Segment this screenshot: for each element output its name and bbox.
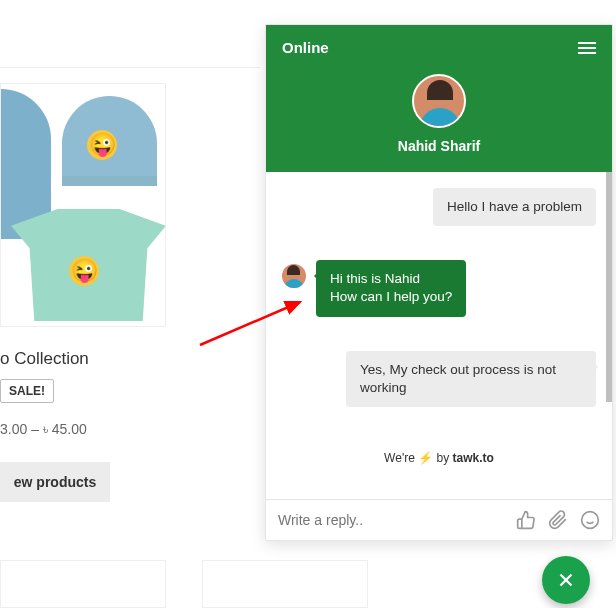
product-grid: o Collection SALE! 3.00 – ৳ 45.00 ew pro… bbox=[0, 67, 260, 502]
bolt-icon: ⚡ bbox=[418, 451, 433, 465]
powered-text: We're bbox=[384, 451, 418, 465]
product-image[interactable] bbox=[0, 83, 166, 327]
product-image[interactable] bbox=[0, 560, 166, 608]
sale-badge: SALE! bbox=[0, 379, 54, 403]
powered-brand: tawk.to bbox=[453, 451, 494, 465]
product-price: 3.00 – ৳ 45.00 bbox=[0, 421, 170, 438]
thumbs-up-icon[interactable] bbox=[516, 510, 536, 530]
chat-widget: Online Nahid Sharif Hello I have a probl… bbox=[265, 24, 613, 541]
view-products-button[interactable]: ew products bbox=[0, 462, 110, 502]
message-bubble: Hello I have a problem bbox=[433, 188, 596, 226]
attachment-icon[interactable] bbox=[548, 510, 568, 530]
agent-name: Nahid Sharif bbox=[282, 138, 596, 154]
chat-status: Online bbox=[282, 39, 329, 56]
product-row-2 bbox=[0, 560, 368, 608]
message-text: How can I help you? bbox=[330, 289, 452, 304]
product-image[interactable] bbox=[202, 560, 368, 608]
message-agent: Hi this is Nahid How can I help you? bbox=[282, 260, 596, 316]
chat-body: Hello I have a problem Hi this is Nahid … bbox=[266, 172, 612, 499]
powered-text: by bbox=[433, 451, 452, 465]
chat-close-button[interactable] bbox=[542, 556, 590, 604]
chat-menu-icon[interactable] bbox=[578, 42, 596, 54]
message-bubble: Hi this is Nahid How can I help you? bbox=[316, 260, 466, 316]
emoji-icon[interactable] bbox=[580, 510, 600, 530]
message-user: Yes, My check out process is not working bbox=[282, 351, 596, 407]
powered-by[interactable]: We're ⚡ by tawk.to bbox=[282, 441, 596, 475]
scrollbar[interactable] bbox=[606, 172, 612, 402]
svg-point-0 bbox=[582, 512, 599, 529]
agent-avatar[interactable] bbox=[412, 74, 466, 128]
agent-avatar-small bbox=[282, 264, 306, 288]
message-bubble: Yes, My check out process is not working bbox=[346, 351, 596, 407]
reply-input[interactable] bbox=[278, 512, 504, 528]
product-card[interactable]: o Collection SALE! 3.00 – ৳ 45.00 ew pro… bbox=[0, 68, 170, 502]
message-text: Hi this is Nahid bbox=[330, 271, 420, 286]
chat-input-bar bbox=[266, 499, 612, 540]
message-user: Hello I have a problem bbox=[282, 188, 596, 226]
product-title[interactable]: o Collection bbox=[0, 349, 170, 369]
chat-header: Online Nahid Sharif bbox=[266, 25, 612, 172]
